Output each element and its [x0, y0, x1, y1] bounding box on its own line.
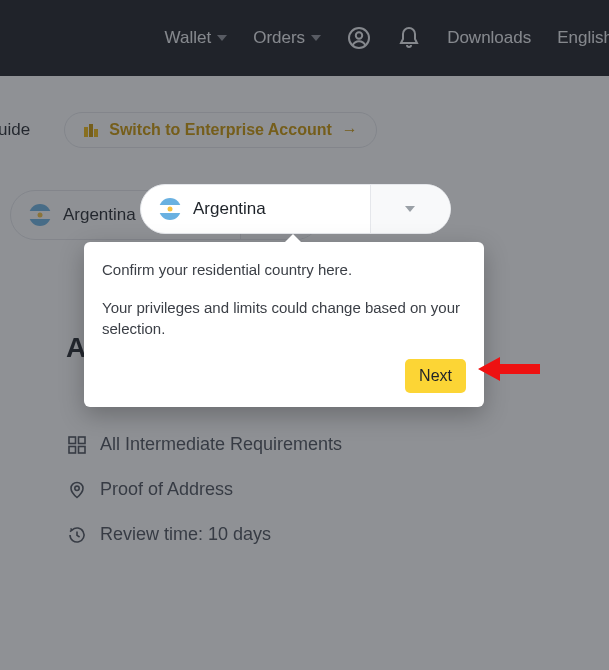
bell-icon[interactable] [397, 26, 421, 50]
popover-actions: Next [102, 359, 466, 393]
location-pin-icon [68, 481, 86, 499]
caret-down-icon [311, 35, 321, 41]
top-nav: Wallet Orders Downloads English [0, 0, 609, 76]
country-select-main[interactable]: Argentina [141, 185, 370, 233]
orders-link[interactable]: Orders [253, 28, 321, 48]
requirement-label: All Intermediate Requirements [100, 434, 342, 455]
flag-argentina-icon [29, 204, 51, 226]
flag-argentina-icon [159, 198, 181, 220]
country-selected-label: Argentina [193, 199, 266, 219]
requirement-item: Review time: 10 days [68, 524, 609, 545]
svg-rect-8 [79, 446, 86, 453]
building-icon [83, 122, 99, 138]
wallet-link[interactable]: Wallet [165, 28, 228, 48]
nav-label: English [557, 28, 609, 48]
next-button[interactable]: Next [405, 359, 466, 393]
downloads-link[interactable]: Downloads [447, 28, 531, 48]
requirement-label: Review time: 10 days [100, 524, 271, 545]
nav-label: Wallet [165, 28, 212, 48]
requirements-list: All Intermediate Requirements Proof of A… [68, 434, 609, 545]
svg-point-9 [75, 486, 79, 490]
svg-rect-7 [69, 446, 76, 453]
svg-rect-4 [94, 129, 98, 137]
requirement-label: Proof of Address [100, 479, 233, 500]
annotation-arrow-icon [478, 354, 540, 388]
nav-label: Downloads [447, 28, 531, 48]
svg-rect-2 [84, 127, 88, 137]
country-selected-label: Argentina [63, 205, 136, 225]
caret-down-icon [405, 206, 415, 212]
clock-icon [68, 526, 86, 544]
requirement-item: Proof of Address [68, 479, 609, 500]
svg-rect-5 [69, 437, 76, 444]
video-guide-label[interactable]: ideo Guide [0, 120, 30, 140]
grid-icon [68, 436, 86, 454]
svg-rect-6 [79, 437, 86, 444]
enterprise-label: Switch to Enterprise Account [109, 121, 332, 139]
nav-label: Orders [253, 28, 305, 48]
requirement-item: All Intermediate Requirements [68, 434, 609, 455]
svg-marker-10 [478, 357, 540, 381]
popover-text: Confirm your residential country here. [102, 260, 466, 280]
country-dropdown-toggle[interactable] [370, 185, 450, 233]
caret-down-icon [217, 35, 227, 41]
svg-rect-3 [89, 124, 93, 137]
svg-point-1 [356, 32, 362, 38]
language-link[interactable]: English [557, 28, 609, 48]
confirm-country-popover: Confirm your residential country here. Y… [84, 242, 484, 407]
switch-enterprise-button[interactable]: Switch to Enterprise Account → [64, 112, 377, 148]
account-icon[interactable] [347, 26, 371, 50]
arrow-right-icon: → [342, 121, 358, 139]
popover-text: Your privileges and limits could change … [102, 298, 466, 339]
country-select-highlight[interactable]: Argentina [140, 184, 451, 234]
guide-row: ideo Guide Switch to Enterprise Account … [0, 110, 609, 150]
